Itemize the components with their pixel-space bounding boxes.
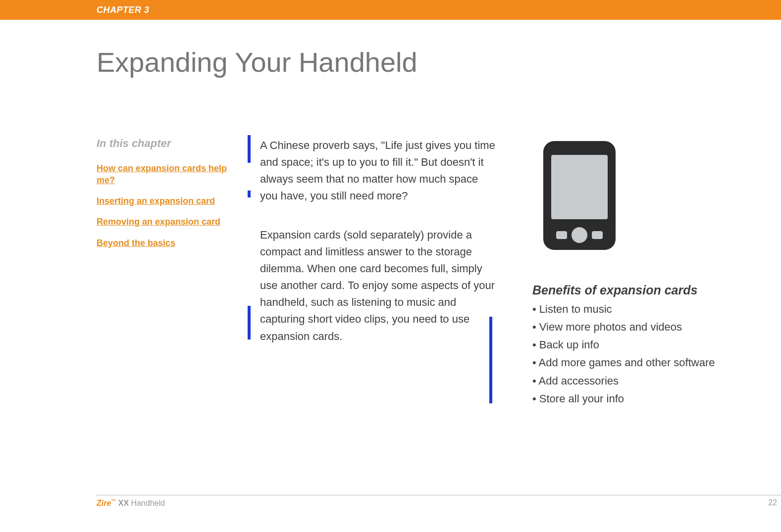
page-title: Expanding Your Handheld [97,47,781,78]
benefits-list: Listen to music View more photos and vid… [532,300,745,408]
benefit-item-photos: View more photos and videos [532,318,745,336]
footer-page-number: 22 [768,498,781,508]
toc-column: In this chapter How can expansion cards … [97,137,250,258]
toc-link-removing[interactable]: Removing an expansion card [97,216,245,228]
benefit-item-music: Listen to music [532,300,745,318]
guide-marker [248,135,251,163]
chapter-header-bar: CHAPTER 3 [0,0,781,20]
chapter-label: CHAPTER 3 [97,5,150,15]
guide-marker [248,191,251,197]
svg-point-2 [572,227,587,243]
benefit-item-accessories: Add accessories [532,372,745,390]
page-footer: Zire™ XX Handheld 22 [97,495,781,508]
guide-marker [489,317,492,403]
benefit-item-games: Add more games and other software [532,354,745,372]
footer-model: XX [116,499,129,507]
page-body: Expanding Your Handheld In this chapter … [0,20,781,408]
svg-rect-1 [551,155,608,219]
intro-paragraph-2: Expansion cards (sold separately) provid… [260,227,498,345]
toc-link-beyond-basics[interactable]: Beyond the basics [97,237,245,249]
columns: In this chapter How can expansion cards … [97,137,781,408]
footer-tm: ™ [111,498,116,504]
guide-marker [248,306,251,339]
benefit-item-store: Store all your info [532,390,745,408]
svg-rect-4 [592,231,603,239]
text-column: A Chinese proverb says, "Life just gives… [250,137,498,367]
svg-rect-3 [556,231,567,239]
intro-paragraph-1: A Chinese proverb says, "Life just gives… [260,137,498,204]
toc-link-inserting[interactable]: Inserting an expansion card [97,195,245,207]
handheld-device-icon [532,137,626,266]
footer-product-desc: Handheld [129,499,165,507]
toc-link-how-help[interactable]: How can expansion cards help me? [97,162,245,187]
side-column: Benefits of expansion cards Listen to mu… [532,137,745,408]
benefits-heading: Benefits of expansion cards [532,283,745,297]
footer-brand: Zire [97,499,111,507]
toc-heading: In this chapter [97,137,245,150]
benefit-item-backup: Back up info [532,336,745,354]
footer-left: Zire™ XX Handheld [97,498,165,508]
